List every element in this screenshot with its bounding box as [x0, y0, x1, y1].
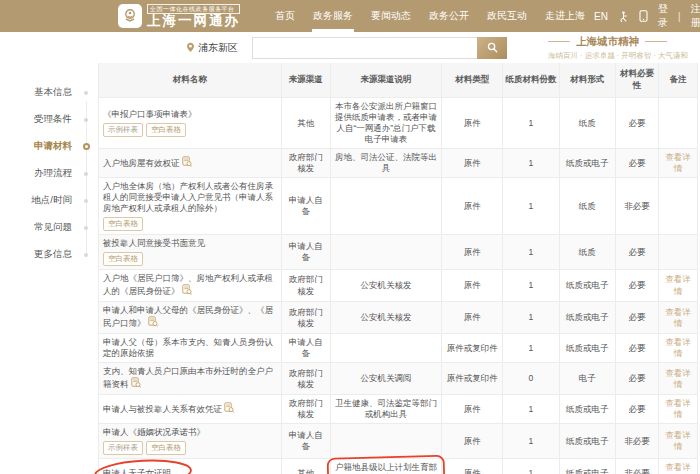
lang-switch[interactable]: EN: [594, 11, 608, 22]
source-desc-cell: 房地、司法公证、法院等出具: [330, 149, 441, 178]
necessity-cell-text: 必要: [628, 247, 645, 257]
login-register-divider: |: [678, 11, 681, 22]
remark-cell: [659, 235, 698, 270]
necessity-cell-text: 非必要: [624, 436, 650, 446]
source-channel-cell-text: 申请人自备: [289, 337, 323, 358]
paper-copies-cell: 1: [503, 149, 559, 178]
blank-form-button[interactable]: 空白表格: [146, 123, 186, 137]
source-desc-cell-text: 卫生健康、司法鉴定等部门或机构出具: [335, 398, 437, 419]
necessity-cell: 非必要: [615, 424, 658, 459]
view-details-link[interactable]: 查看详情: [665, 307, 691, 328]
col-header-1: 来源渠道: [281, 63, 330, 98]
blank-form-button[interactable]: 空白表格: [146, 441, 186, 455]
necessity-cell-text: 非必要: [624, 468, 650, 474]
table-row: 入户地《居民户口簿》、房地产权利人或承租人的《居民身份证》政府部门核发公安机关核…: [99, 269, 698, 301]
material-name: 申请人父（母）系本市支内、知青人员身份认定的原始依据: [103, 337, 273, 358]
sample-form-button[interactable]: 示例样表: [103, 123, 143, 137]
nav-gov-services[interactable]: 政务服务: [304, 0, 362, 32]
register-link[interactable]: 注册: [691, 2, 700, 30]
paper-copies-cell: 1: [503, 334, 559, 363]
source-channel-cell: 政府部门核发: [281, 395, 330, 424]
source-desc-cell: [330, 334, 441, 363]
material-name: 支内、知青人员户口原由本市外迁时的全户户籍资料: [103, 366, 273, 389]
source-channel-cell: 政府部门核发: [281, 363, 330, 395]
mobile-icon[interactable]: [639, 10, 648, 22]
source-desc-cell: 公安机关核发: [330, 269, 441, 301]
material-type-cell-text: 原件: [464, 312, 481, 322]
nav-news[interactable]: 要闻动态: [362, 0, 420, 32]
sidebar-item-0[interactable]: 基本信息: [0, 79, 96, 106]
sample-form-button[interactable]: 示例样表: [103, 441, 143, 455]
nav-enter-shanghai[interactable]: 走进上海: [536, 0, 594, 32]
material-preview-icon[interactable]: [224, 402, 234, 416]
blank-form-button[interactable]: 空白表格: [103, 217, 143, 231]
search-bar-section: 浦东新区 上海城市精神 海纳百川 · 追求卓越 · 开明睿智 · 大气谦和: [0, 32, 700, 63]
accessibility-icon[interactable]: [618, 11, 629, 22]
source-channel-cell-text: 其他: [297, 468, 314, 474]
source-desc-cell: 本市各公安派出所户籍窗口提供纸质申请表，或者申请人自“一网通办”总门户下载电子申…: [330, 98, 441, 149]
material-name: 被投靠人同意接受书面意见: [103, 238, 205, 248]
source-channel-cell: 申请人自备: [281, 178, 330, 235]
blank-form-button[interactable]: 空白表格: [103, 252, 143, 266]
material-type-cell-text: 原件: [464, 404, 481, 414]
sidebar-item-dot: [84, 91, 88, 95]
paper-copies-cell: 1: [503, 235, 559, 270]
search-button[interactable]: [477, 37, 507, 59]
source-desc-cell-text: 公安机关核发: [361, 280, 412, 290]
view-details-link[interactable]: 查看详情: [665, 368, 691, 389]
view-details-link[interactable]: 查看详情: [665, 430, 691, 451]
sidebar-item-5[interactable]: 常见问题: [0, 214, 96, 241]
material-preview-icon[interactable]: [182, 284, 192, 298]
table-row: 被投靠人同意接受书面意见空白表格申请人自备原件1纸质必要: [99, 235, 698, 270]
material-type-cell: 原件: [442, 395, 503, 424]
material-form-cell: 纸质或电子: [559, 424, 615, 459]
nav-interaction[interactable]: 政民互动: [478, 0, 536, 32]
source-desc-cell-text: 公安机关核发: [361, 312, 412, 322]
login-link[interactable]: 登录: [658, 2, 668, 30]
material-type-cell-text: 原件: [464, 247, 481, 257]
form-buttons: 空白表格: [103, 217, 277, 231]
material-preview-icon[interactable]: [131, 377, 141, 391]
material-preview-icon[interactable]: [148, 316, 158, 330]
material-type-cell-text: 原件: [464, 468, 481, 474]
view-details-link[interactable]: 查看详情: [665, 337, 691, 358]
material-name: 入户地全体房（地）产权利人或者公有住房承租人的同意接受申请人入户意见书（申请人系…: [103, 181, 273, 213]
view-details-link[interactable]: 查看详情: [665, 274, 691, 295]
material-form-cell-text: 纸质或电子: [566, 436, 609, 446]
paper-copies-cell: 1: [503, 424, 559, 459]
source-desc-cell-text: 房地、司法公证、法院等出具: [335, 152, 437, 173]
top-header: 全国一体化在线政务服务平台 上海一网通办 首页 政务服务 要闻动态 政务公开 政…: [0, 0, 700, 32]
search-icon: [487, 42, 498, 53]
paper-copies-cell: 1: [503, 98, 559, 149]
necessity-cell-text: 非必要: [624, 201, 650, 211]
paper-copies-cell-text: 1: [529, 158, 534, 168]
district-selector[interactable]: 浦东新区: [186, 41, 238, 55]
search-input[interactable]: [252, 37, 477, 59]
nav-home[interactable]: 首页: [266, 0, 304, 32]
sidebar-item-6[interactable]: 更多信息: [0, 241, 96, 268]
paper-copies-cell-text: 1: [529, 436, 534, 446]
sidebar-item-3[interactable]: 办理流程: [0, 160, 96, 187]
view-details-link[interactable]: 查看详情: [665, 152, 691, 173]
nav-gov-disclosure[interactable]: 政务公开: [420, 0, 478, 32]
source-channel-cell-text: 其他: [297, 118, 314, 128]
remark-cell: 查看详情: [659, 302, 698, 334]
material-name-cell: 入户地房屋有效权证: [99, 149, 282, 178]
location-pin-icon: [186, 42, 195, 53]
material-type-cell: 原件或复印件: [442, 363, 503, 395]
material-preview-icon[interactable]: [182, 156, 192, 170]
table-row: 入户地房屋有效权证政府部门核发房地、司法公证、法院等出具原件1纸质或电子必要查看…: [99, 149, 698, 178]
material-form-cell-text: 电子: [579, 373, 596, 383]
form-buttons: 示例样表空白表格: [103, 441, 277, 455]
view-details-link[interactable]: 查看详情: [665, 462, 691, 474]
sidebar-item-1[interactable]: 受理条件: [0, 106, 96, 133]
view-details-link[interactable]: 查看详情: [665, 398, 691, 419]
remark-cell: 查看详情: [659, 424, 698, 459]
site-logo[interactable]: 全国一体化在线政务服务平台 上海一网通办: [118, 0, 240, 32]
source-channel-cell: 申请人自备: [281, 235, 330, 270]
sidebar-item-2[interactable]: 申请材料: [0, 133, 96, 160]
sidebar-item-4[interactable]: 地点/时间: [0, 187, 96, 214]
necessity-cell: 必要: [615, 302, 658, 334]
city-spirit-title-row: 上海城市精神: [548, 35, 688, 49]
paper-copies-cell-text: 1: [529, 343, 534, 353]
